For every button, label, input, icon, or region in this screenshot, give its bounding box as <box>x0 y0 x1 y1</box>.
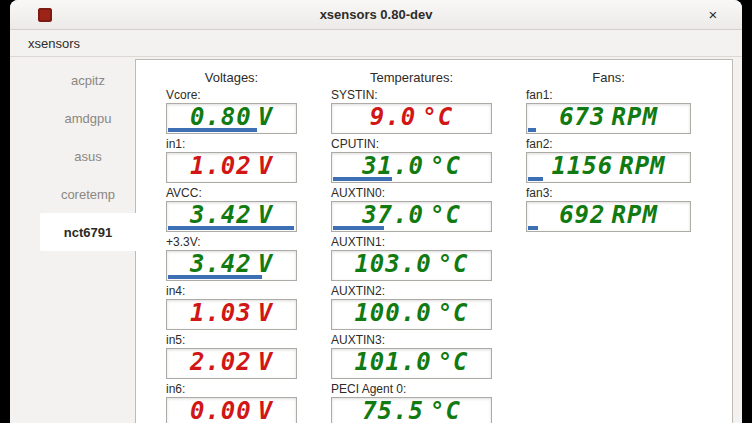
sensor-digits: 103.0 <box>354 250 431 278</box>
sensor-display: 1156RPM <box>526 152 691 183</box>
sensor-digits: 1156 <box>551 152 613 180</box>
sensor-cell: fan2: 1156RPM <box>526 137 691 186</box>
sensor-unit: V <box>258 250 273 278</box>
sensor-digits: 9.0 <box>370 103 416 131</box>
titlebar: xsensors 0.80-dev × <box>10 0 742 30</box>
sidebar-tab-label: nct6791 <box>64 225 112 240</box>
sensor-display: 0.00V <box>166 397 297 423</box>
sidebar-tab-asus[interactable]: asus <box>40 137 136 175</box>
sensor-label: in1: <box>166 137 297 152</box>
sensor-digits: 1.02 <box>190 152 252 180</box>
sensor-label: CPUTIN: <box>331 137 492 152</box>
column-header: Voltages: <box>166 70 297 86</box>
sidebar-tab-label: asus <box>74 149 101 164</box>
sensor-label: fan2: <box>526 137 691 152</box>
sensor-unit: RPM <box>619 152 665 180</box>
sensor-unit: V <box>258 397 273 423</box>
sensor-label: +3.3V: <box>166 235 297 250</box>
sensor-digits: 37.0 <box>362 201 424 229</box>
close-button[interactable]: × <box>702 4 724 26</box>
sensor-cell: in4: 1.03V <box>166 284 297 333</box>
sensor-cell: +3.3V: 3.42V <box>166 235 297 284</box>
menu-xsensors[interactable]: xsensors <box>10 36 98 51</box>
sensor-value: 2.02V <box>190 349 273 376</box>
sensor-progress-bar <box>528 226 538 230</box>
sensor-columns: Voltages: Vcore: 0.80V in1: 1.02V AVCC: … <box>136 60 732 423</box>
sensor-list: Vcore: 0.80V in1: 1.02V AVCC: 3.42V +3.3… <box>166 88 297 423</box>
sensor-digits: 1.03 <box>190 299 252 327</box>
sensor-digits: 0.80 <box>190 103 252 131</box>
sensor-value: 692RPM <box>559 202 658 229</box>
sensor-progress-bar <box>333 177 392 181</box>
sensor-progress-bar <box>168 128 257 132</box>
sidebar-tab-label: amdgpu <box>65 111 112 126</box>
sidebar-tab-acpitz[interactable]: acpitz <box>40 61 136 99</box>
sensor-label: in6: <box>166 382 297 397</box>
sensor-digits: 75.5 <box>362 397 424 423</box>
sensor-display: 0.80V <box>166 103 297 134</box>
sensor-unit: °C <box>422 103 453 131</box>
sensor-value: 103.0°C <box>354 251 468 278</box>
sensor-label: AVCC: <box>166 186 297 201</box>
sensor-display: 103.0°C <box>331 250 492 281</box>
sidebar-tab-nct6791[interactable]: nct6791 <box>40 213 136 251</box>
sensor-cell: fan3: 692RPM <box>526 186 691 235</box>
sensor-value: 9.0°C <box>370 104 453 131</box>
sensor-digits: 100.0 <box>354 299 431 327</box>
sensor-value: 31.0°C <box>362 153 461 180</box>
sensor-label: PECI Agent 0: <box>331 382 492 397</box>
sidebar-tab-amdgpu[interactable]: amdgpu <box>40 99 136 137</box>
sensor-display: 31.0°C <box>331 152 492 183</box>
sensor-label: AUXTIN1: <box>331 235 492 250</box>
sensor-unit: °C <box>430 152 461 180</box>
sensor-label: in5: <box>166 333 297 348</box>
sensor-label: in4: <box>166 284 297 299</box>
sensor-label: fan1: <box>526 88 691 103</box>
sensor-digits: 2.02 <box>190 348 252 376</box>
sensor-unit: RPM <box>612 103 658 131</box>
sensor-unit: RPM <box>612 201 658 229</box>
sensor-digits: 692 <box>559 201 605 229</box>
sensor-value: 0.80V <box>190 104 273 131</box>
sensor-digits: 3.42 <box>190 201 252 229</box>
sensor-value: 673RPM <box>559 104 658 131</box>
sensor-unit: V <box>258 348 273 376</box>
sensor-progress-bar <box>528 177 543 181</box>
sensor-unit: °C <box>438 299 469 327</box>
sidebar-tab-coretemp[interactable]: coretemp <box>40 175 136 213</box>
sensor-value: 0.00V <box>190 398 273 423</box>
window-title: xsensors 0.80-dev <box>320 7 433 22</box>
sensor-display: 9.0°C <box>331 103 492 134</box>
sensor-unit: °C <box>430 397 461 423</box>
sensor-value: 1156RPM <box>551 153 665 180</box>
sensor-cell: fan1: 673RPM <box>526 88 691 137</box>
sensor-cell: in1: 1.02V <box>166 137 297 186</box>
sensor-label: Vcore: <box>166 88 297 103</box>
sensor-value: 100.0°C <box>354 300 468 327</box>
sensor-display: 37.0°C <box>331 201 492 232</box>
sensor-cell: PECI Agent 0: 75.5°C <box>331 382 492 423</box>
sensor-digits: 673 <box>559 103 605 131</box>
column-header: Fans: <box>526 70 691 86</box>
sensor-unit: V <box>258 299 273 327</box>
sensor-list: SYSTIN: 9.0°C CPUTIN: 31.0°C AUXTIN0: 37… <box>331 88 492 423</box>
sensor-digits: 31.0 <box>362 152 424 180</box>
sensor-unit: V <box>258 152 273 180</box>
sensor-unit: V <box>258 103 273 131</box>
sensor-unit: °C <box>438 250 469 278</box>
sensor-cell: AUXTIN2: 100.0°C <box>331 284 492 333</box>
sensor-label: SYSTIN: <box>331 88 492 103</box>
sensor-column: Voltages: Vcore: 0.80V in1: 1.02V AVCC: … <box>166 60 297 423</box>
sensor-list: fan1: 673RPM fan2: 1156RPM fan3: 692RPM <box>526 88 691 235</box>
sensor-value: 3.42V <box>190 202 273 229</box>
sensor-value: 3.42V <box>190 251 273 278</box>
sensor-cell: AUXTIN3: 101.0°C <box>331 333 492 382</box>
sensor-cell: in6: 0.00V <box>166 382 297 423</box>
sensor-progress-bar <box>528 128 536 132</box>
sensor-progress-bar <box>168 226 294 230</box>
sensor-display: 75.5°C <box>331 397 492 423</box>
sensor-display: 1.02V <box>166 152 297 183</box>
sensor-display: 3.42V <box>166 250 297 281</box>
sidebar-tab-label: acpitz <box>71 73 105 88</box>
sensor-unit: V <box>258 201 273 229</box>
